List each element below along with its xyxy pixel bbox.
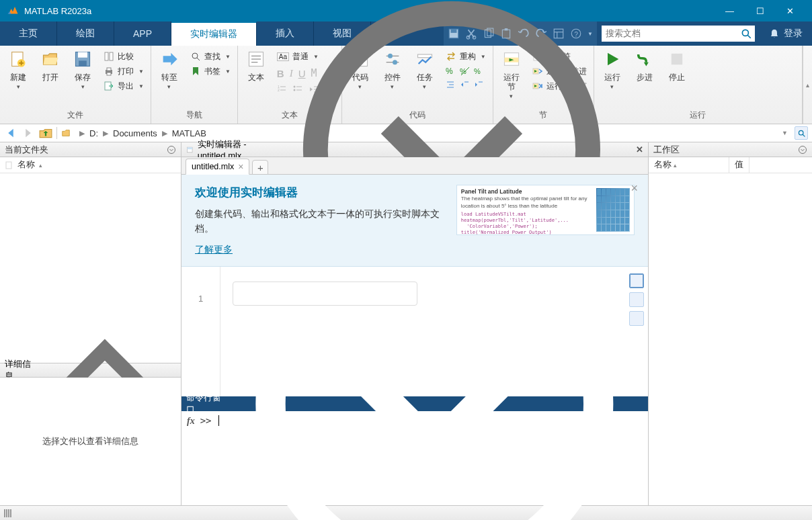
- svg-rect-7: [505, 28, 508, 30]
- cut-icon[interactable]: [465, 28, 477, 40]
- save-icon: [73, 50, 92, 69]
- new-tab-button[interactable]: +: [252, 160, 268, 175]
- code-area[interactable]: [220, 267, 648, 396]
- tab-live-editor[interactable]: 实时编辑器: [171, 21, 257, 46]
- bell-icon[interactable]: [769, 28, 780, 39]
- minimize-button[interactable]: —: [715, 1, 745, 21]
- new-file-icon: [9, 50, 28, 69]
- tab-plots[interactable]: 绘图: [57, 21, 114, 46]
- redo-icon[interactable]: [535, 28, 547, 40]
- forward-button[interactable]: [22, 126, 35, 140]
- copy-icon[interactable]: [483, 28, 495, 40]
- layout-icon[interactable]: [553, 28, 565, 40]
- text-button[interactable]: 文本: [242, 48, 270, 82]
- help-icon[interactable]: ?: [570, 28, 582, 40]
- export-button[interactable]: 导出▼: [101, 79, 147, 93]
- main-area: 当前文件夹 名称▴ 详细信息 选择文件以查看详细信息 实时编辑器 - untit…: [0, 142, 812, 505]
- welcome-title: 欢迎使用实时编辑器: [195, 185, 443, 200]
- paste-icon[interactable]: [500, 28, 512, 40]
- close-banner-button[interactable]: ×: [631, 181, 638, 196]
- svg-rect-1: [451, 29, 457, 33]
- svg-rect-70: [672, 54, 682, 64]
- doc-icon: [4, 161, 13, 170]
- ws-col-value[interactable]: 值: [729, 157, 749, 173]
- matlab-logo-icon: [7, 5, 19, 17]
- details-header: 详细信息: [0, 363, 181, 378]
- svg-line-27: [197, 58, 200, 60]
- step-button[interactable]: 步进: [631, 48, 659, 82]
- export-icon: [104, 81, 114, 91]
- output-right-button[interactable]: [629, 273, 644, 288]
- panel-dropdown-icon[interactable]: [798, 145, 807, 155]
- svg-rect-8: [554, 29, 563, 38]
- command-window[interactable]: fx >>: [181, 411, 648, 505]
- open-button[interactable]: 打开: [36, 48, 65, 82]
- path-search-button[interactable]: [795, 126, 808, 140]
- file-tab-untitled[interactable]: untitled.mlx×: [186, 159, 249, 175]
- output-layout-controls: [629, 273, 644, 326]
- find-button[interactable]: 查找▼: [188, 50, 233, 63]
- editor-file-tabs: untitled.mlx× +: [181, 157, 648, 175]
- live-script-icon: [186, 145, 194, 155]
- save-button[interactable]: 保存: [69, 48, 97, 91]
- maximize-button[interactable]: ☐: [745, 1, 775, 21]
- goto-button[interactable]: 转至: [155, 48, 184, 91]
- path-breadcrumb[interactable]: ▶D: ▶Documents ▶MATLAB: [75, 128, 206, 138]
- editor-body[interactable]: 1: [181, 267, 648, 396]
- print-icon: [104, 66, 114, 77]
- left-pane: 当前文件夹 名称▴ 详细信息 选择文件以查看详细信息: [0, 142, 181, 505]
- svg-point-26: [192, 53, 198, 58]
- svg-rect-24: [107, 73, 111, 75]
- center-pane: 实时编辑器 - untitled.mlx ✕ untitled.mlx× + 欢…: [181, 142, 649, 505]
- fx-icon[interactable]: fx: [186, 415, 196, 501]
- workspace-body[interactable]: [649, 173, 812, 505]
- learn-more-link[interactable]: 了解更多: [195, 244, 233, 256]
- svg-rect-20: [105, 52, 108, 60]
- new-button[interactable]: 新建: [4, 48, 32, 91]
- svg-text:?: ?: [574, 31, 578, 38]
- login-button[interactable]: 登录: [760, 21, 812, 46]
- svg-rect-74: [6, 162, 11, 169]
- folder-column-header[interactable]: 名称▴: [0, 157, 181, 173]
- output-inline-button[interactable]: [629, 292, 644, 307]
- print-button[interactable]: 打印▼: [101, 64, 147, 78]
- svg-rect-76: [188, 147, 193, 149]
- welcome-text: 创建集代码、输出和格式化文本于一体的可执行实时脚本文档。: [195, 207, 443, 236]
- search-icon[interactable]: [740, 28, 752, 40]
- save-icon[interactable]: [448, 28, 460, 40]
- code-cell[interactable]: [233, 281, 417, 306]
- svg-rect-18: [78, 52, 87, 58]
- compare-button[interactable]: 比较: [101, 50, 147, 63]
- bookmark-icon: [190, 66, 201, 77]
- undo-icon[interactable]: [518, 28, 530, 40]
- cursor: [218, 415, 219, 426]
- svg-line-72: [803, 134, 805, 136]
- ws-col-name[interactable]: 名称 ▴: [649, 157, 729, 173]
- panel-dropdown-icon[interactable]: [167, 145, 176, 155]
- heatmap-thumbnail: [596, 188, 631, 232]
- folder-icon[interactable]: [61, 128, 71, 138]
- workspace-columns[interactable]: 名称 ▴ 值: [649, 157, 812, 173]
- output-hide-button[interactable]: [629, 311, 644, 326]
- close-button[interactable]: ✕: [775, 1, 805, 21]
- tab-apps[interactable]: APP: [114, 21, 171, 46]
- svg-line-14: [747, 35, 751, 38]
- svg-point-73: [168, 146, 175, 153]
- find-icon: [190, 51, 201, 62]
- ribbon-collapse-button[interactable]: ▴: [803, 46, 812, 124]
- right-pane: 工作区 名称 ▴ 值: [649, 142, 812, 505]
- bookmark-button[interactable]: 书签▼: [188, 64, 233, 78]
- svg-point-71: [799, 130, 803, 135]
- svg-rect-21: [110, 52, 113, 60]
- folder-open-icon: [41, 50, 60, 69]
- tab-home[interactable]: 主页: [0, 21, 57, 46]
- stop-button[interactable]: 停止: [663, 48, 691, 82]
- editor-title-bar: 实时编辑器 - untitled.mlx ✕: [181, 142, 648, 157]
- svg-rect-23: [107, 68, 111, 71]
- goto-icon: [160, 50, 179, 69]
- close-tab-button[interactable]: ×: [238, 161, 243, 172]
- close-editor-button[interactable]: ✕: [636, 144, 643, 155]
- command-window-header: 命令行窗口: [181, 396, 648, 411]
- back-button[interactable]: [4, 126, 17, 140]
- up-folder-button[interactable]: [39, 126, 52, 140]
